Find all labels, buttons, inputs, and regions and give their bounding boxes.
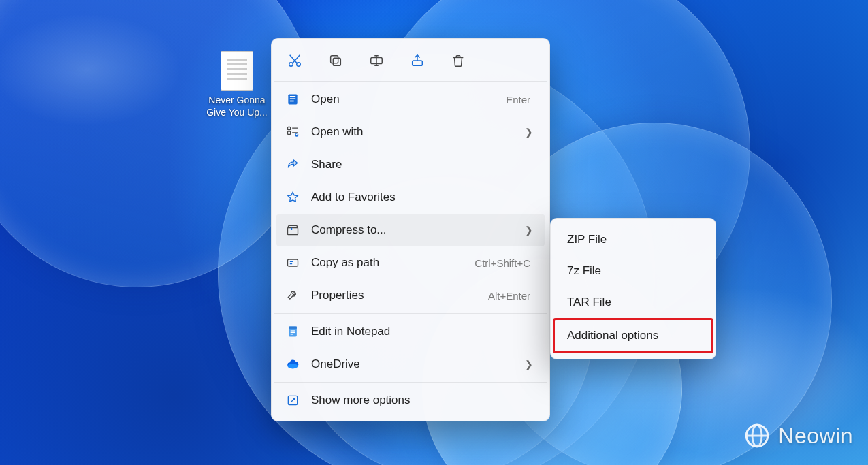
star-icon <box>285 190 300 205</box>
cut-button[interactable] <box>284 50 306 71</box>
menu-item-notepad[interactable]: Edit in Notepad <box>276 315 545 348</box>
archive-icon <box>285 223 300 238</box>
menu-item-open[interactable]: Open Enter <box>276 83 545 116</box>
svg-rect-3 <box>331 56 338 63</box>
submenu-item-label: 7z File <box>567 264 601 278</box>
svg-rect-9 <box>290 101 294 102</box>
submenu-item-tar[interactable]: TAR File <box>555 287 711 318</box>
submenu-item-zip[interactable]: ZIP File <box>555 224 711 255</box>
menu-item-shortcut: Ctrl+Shift+C <box>475 257 533 269</box>
desktop-file[interactable]: Never Gonna Give You Up... <box>204 51 270 118</box>
svg-rect-18 <box>291 332 295 333</box>
delete-icon <box>451 53 466 68</box>
submenu-item-label: ZIP File <box>567 233 607 246</box>
svg-rect-17 <box>291 330 295 331</box>
context-menu: Open Enter Open with ❯ Share Add to Favo… <box>271 38 550 421</box>
chevron-right-icon: ❯ <box>525 359 533 370</box>
rename-icon <box>369 53 384 68</box>
svg-rect-19 <box>291 334 293 334</box>
menu-item-label: Open with <box>311 125 514 139</box>
text-file-icon <box>221 51 253 91</box>
menu-item-more-options[interactable]: Show more options <box>276 384 545 417</box>
delete-button[interactable] <box>447 50 469 71</box>
context-menu-quick-actions <box>272 43 549 80</box>
submenu-item-additional-options[interactable]: Additional options <box>555 320 711 351</box>
svg-point-1 <box>297 63 301 67</box>
copy-button[interactable] <box>325 50 347 71</box>
menu-item-shortcut: Alt+Enter <box>488 290 533 302</box>
share-icon <box>410 53 425 68</box>
menu-item-label: Show more options <box>311 394 533 407</box>
submenu-item-label: Additional options <box>567 329 658 342</box>
menu-item-favorites[interactable]: Add to Favorites <box>276 181 545 214</box>
menu-item-label: Open <box>311 93 495 106</box>
copy-icon <box>328 53 343 68</box>
menu-item-compress[interactable]: Compress to... ❯ <box>276 214 545 246</box>
svg-rect-10 <box>288 127 291 130</box>
copy-path-icon <box>285 255 300 270</box>
menu-item-copy-path[interactable]: Copy as path Ctrl+Shift+C <box>276 246 545 279</box>
desktop[interactable]: Never Gonna Give You Up... <box>0 0 868 465</box>
menu-item-label: Properties <box>311 289 477 302</box>
rename-button[interactable] <box>366 50 387 71</box>
file-open-icon <box>285 92 300 107</box>
cut-icon <box>287 53 302 68</box>
desktop-file-label: Never Gonna Give You Up... <box>204 95 270 118</box>
svg-rect-11 <box>288 131 291 134</box>
notepad-icon <box>285 324 300 339</box>
menu-item-shortcut: Enter <box>506 94 533 106</box>
share-arrow-icon <box>285 157 300 172</box>
onedrive-icon <box>285 357 300 372</box>
menu-item-label: Copy as path <box>311 256 464 270</box>
menu-item-label: OneDrive <box>311 357 514 371</box>
watermark: Neowin <box>743 421 853 450</box>
open-with-icon <box>285 125 300 140</box>
svg-point-20 <box>288 364 298 368</box>
menu-item-share[interactable]: Share <box>276 148 545 181</box>
menu-item-label: Compress to... <box>311 223 514 237</box>
svg-rect-13 <box>288 228 298 235</box>
svg-rect-7 <box>290 96 295 97</box>
svg-rect-2 <box>333 58 340 65</box>
svg-rect-5 <box>413 61 423 65</box>
menu-item-open-with[interactable]: Open with ❯ <box>276 116 545 148</box>
menu-separator <box>274 313 547 314</box>
svg-rect-8 <box>290 98 295 99</box>
expand-icon <box>285 393 300 408</box>
share-button[interactable] <box>406 50 428 71</box>
menu-item-onedrive[interactable]: OneDrive ❯ <box>276 348 545 381</box>
svg-point-0 <box>289 63 293 67</box>
neowin-logo-icon <box>743 421 771 450</box>
chevron-right-icon: ❯ <box>525 127 533 138</box>
watermark-text: Neowin <box>778 423 853 449</box>
menu-item-label: Share <box>311 158 533 172</box>
menu-separator <box>274 81 547 82</box>
submenu-item-7z[interactable]: 7z File <box>555 255 711 287</box>
wrench-icon <box>285 288 300 303</box>
menu-item-label: Edit in Notepad <box>311 325 533 338</box>
svg-rect-16 <box>289 327 297 329</box>
annotation-highlight: Additional options <box>553 318 713 353</box>
chevron-right-icon: ❯ <box>525 225 533 236</box>
menu-item-label: Add to Favorites <box>311 191 533 204</box>
menu-separator <box>274 382 547 383</box>
submenu-item-label: TAR File <box>567 295 611 309</box>
svg-rect-14 <box>288 259 298 266</box>
compress-submenu: ZIP File 7z File TAR File Additional opt… <box>550 218 716 359</box>
menu-item-properties[interactable]: Properties Alt+Enter <box>276 279 545 312</box>
